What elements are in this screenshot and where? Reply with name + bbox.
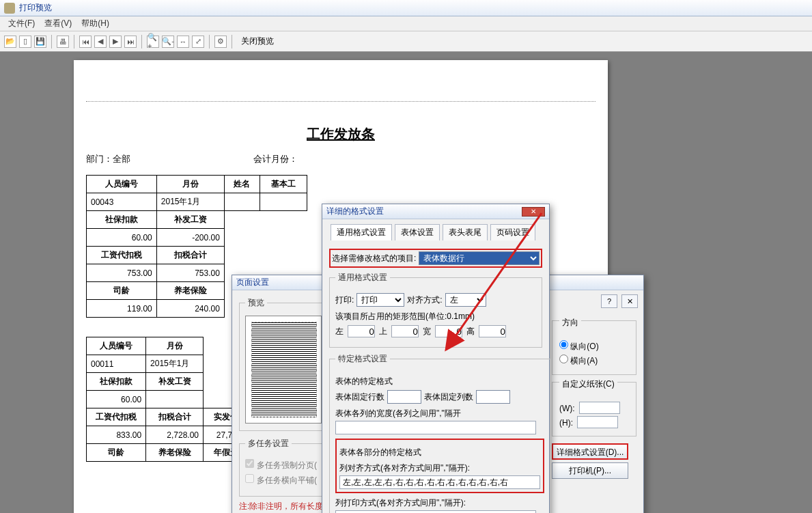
separator	[232, 35, 232, 48]
td: 2015年1月	[146, 355, 204, 373]
width-field[interactable]: (W):	[559, 402, 629, 414]
print-dropdown[interactable]: 打印	[356, 293, 404, 307]
zoom-in-icon[interactable]: 🔍+	[147, 36, 159, 48]
fit-page-icon[interactable]: ⤢	[192, 36, 204, 48]
menu-help[interactable]: 帮助(H)	[77, 16, 113, 31]
tab-body[interactable]: 表体设置	[395, 224, 440, 240]
select-item-dropdown[interactable]: 表体数据行	[419, 251, 540, 265]
td: 2,728.00	[146, 426, 204, 444]
last-page-icon[interactable]: ⏭	[124, 36, 137, 48]
th: 社保扣款	[87, 373, 146, 391]
col-print-label: 列打印方式(各对齐方式间用","隔开):	[335, 497, 544, 509]
separator	[209, 35, 210, 48]
td: -200.00	[156, 229, 224, 247]
close-button[interactable]: ✕	[621, 294, 638, 308]
dept-value: 全部	[113, 154, 130, 164]
align-label: 对齐方式:	[407, 294, 442, 306]
general-format-legend: 通用格式设置	[335, 272, 390, 283]
th: 养老保险	[146, 444, 204, 462]
th: 司龄	[87, 444, 146, 462]
tab-page-number[interactable]: 页码设置	[490, 224, 535, 240]
col-align-label: 列对齐方式(各对齐方式间用","隔开):	[339, 462, 540, 474]
td: 00011	[87, 355, 146, 373]
paper-legend: 自定义纸张(C)	[559, 378, 617, 390]
doc-icon[interactable]: ▯	[19, 36, 31, 48]
rect-label: 该项目所占用的矩形范围(单位:0.1mm)	[335, 311, 536, 322]
col-width-label: 表体各列的宽度(各列之间用","隔开	[335, 408, 544, 419]
portrait-radio[interactable]: 纵向(O)	[559, 340, 629, 352]
align-dropdown[interactable]: 左	[445, 293, 486, 307]
save-icon[interactable]: 💾	[34, 36, 46, 48]
doc-meta: 部门：全部 会计月份：	[86, 153, 596, 165]
zoom-out-icon[interactable]: 🔍-	[162, 36, 174, 48]
force-page-checkbox[interactable]: 多任务强制分页(	[245, 459, 328, 471]
detail-format-button[interactable]: 详细格式设置(D)...	[552, 443, 628, 460]
horiz-tile-checkbox[interactable]: 多任务横向平铺(	[245, 474, 328, 486]
tab-header-footer[interactable]: 表头表尾	[443, 224, 488, 240]
td: 119.00	[87, 300, 157, 318]
separator	[141, 35, 142, 48]
th: 司龄	[87, 282, 157, 300]
rect-left-input[interactable]	[348, 325, 375, 337]
orientation-group: 方向 纵向(O) 横向(A)	[552, 320, 636, 375]
close-preview-button[interactable]: 关闭预览	[237, 34, 278, 48]
fixed-cols-input[interactable]	[476, 390, 510, 404]
td: 2015年1月	[156, 193, 224, 211]
th: 姓名	[224, 176, 260, 193]
window-title-text: 打印预览	[19, 2, 52, 14]
detail-title: 详细的格式设置	[326, 206, 384, 217]
open-icon[interactable]: 📂	[4, 36, 16, 48]
th: 工资代扣税	[87, 247, 157, 264]
next-page-icon[interactable]: ▶	[109, 36, 122, 48]
preview-fieldset: 预览	[239, 297, 335, 431]
period-label: 会计月份：	[253, 153, 298, 165]
td: 00043	[87, 193, 157, 211]
print-icon[interactable]: 🖶	[57, 36, 69, 48]
prev-page-icon[interactable]: ◀	[94, 36, 107, 48]
app-icon	[4, 3, 15, 14]
th: 扣税合计	[146, 408, 204, 426]
fixed-rows-input[interactable]	[387, 390, 421, 404]
td: 753.00	[156, 264, 224, 282]
tab-general[interactable]: 通用格式设置	[331, 224, 392, 240]
help-button[interactable]: ?	[601, 294, 617, 308]
orientation-legend: 方向	[559, 317, 581, 329]
menu-bar: 文件(F) 查看(V) 帮助(H)	[0, 16, 812, 31]
select-item-label: 选择需修改格式的项目:	[332, 253, 416, 264]
rect-w-label: 宽	[423, 326, 431, 337]
rect-width-input[interactable]	[435, 325, 462, 337]
fit-width-icon[interactable]: ↔	[177, 36, 189, 48]
landscape-radio[interactable]: 横向(A)	[559, 355, 629, 367]
th: 人员编号	[87, 176, 157, 193]
print-label: 打印:	[335, 294, 354, 306]
td	[146, 391, 204, 408]
detail-titlebar: 详细的格式设置 ✕	[322, 204, 549, 219]
col-print-input[interactable]	[335, 510, 536, 513]
td	[224, 193, 260, 211]
body-spec-title: 表体的特定格式	[335, 376, 544, 387]
dept-label: 部门：	[86, 154, 113, 164]
settings-icon[interactable]: ⚙	[214, 36, 227, 48]
fixed-cols-label: 表体固定列数	[424, 391, 473, 403]
menu-file[interactable]: 文件(F)	[4, 16, 39, 31]
col-align-input[interactable]	[339, 475, 540, 489]
th: 养老保险	[156, 282, 224, 300]
first-page-icon[interactable]: ⏮	[79, 36, 92, 48]
spec-legend: 特定格式设置	[335, 353, 390, 365]
doc-title: 工作发放条	[86, 125, 596, 143]
rect-top-input[interactable]	[391, 325, 419, 337]
menu-view[interactable]: 查看(V)	[40, 16, 76, 31]
th: 人员编号	[87, 337, 146, 355]
close-icon[interactable]: ✕	[522, 207, 545, 217]
preview-thumbnail	[245, 316, 322, 424]
printer-button[interactable]: 打印机(P)...	[552, 462, 628, 479]
th: 基本工	[260, 176, 307, 193]
col-width-input[interactable]	[335, 421, 536, 434]
height-field[interactable]: (H):	[559, 416, 629, 428]
red-note: 注:除非注明，所有长度	[239, 501, 335, 512]
td: 60.00	[87, 391, 146, 408]
td: 753.00	[87, 264, 157, 282]
preview-canvas: 工作发放条 部门：全部 会计月份： 人员编号月份姓名基本工 000432015年…	[0, 52, 812, 513]
rect-height-input[interactable]	[479, 325, 506, 337]
fixed-rows-label: 表体固定行数	[335, 391, 384, 403]
